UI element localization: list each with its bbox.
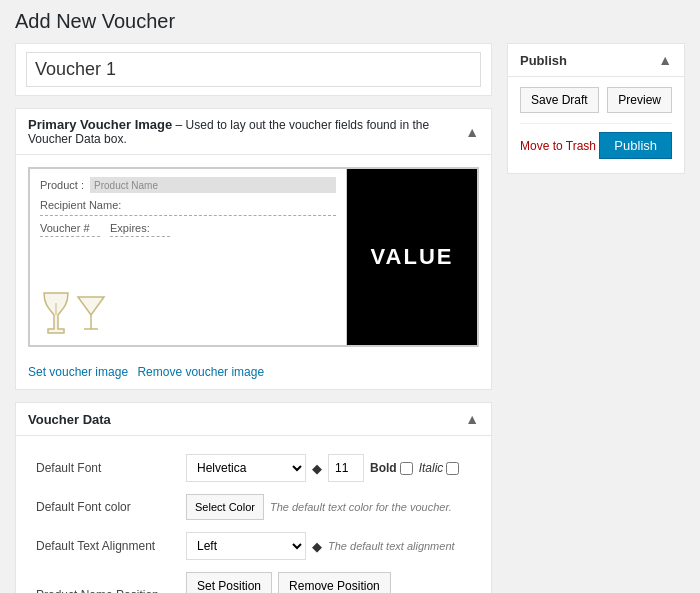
default-font-label: Default Font <box>28 448 178 488</box>
voucher-preview-left: Product : Product Name Recipient Name: V… <box>30 169 347 345</box>
default-font-italic-label: Italic <box>419 461 460 475</box>
default-font-color-hint: The default text color for the voucher. <box>270 501 452 513</box>
sidebar: Publish ▲ Save Draft Preview Move to Tra… <box>507 43 685 174</box>
set-voucher-image-link[interactable]: Set voucher image <box>28 365 128 379</box>
move-to-trash-link[interactable]: Move to Trash <box>520 139 596 153</box>
default-font-size-input[interactable] <box>328 454 364 482</box>
default-font-color-btn[interactable]: Select Color <box>186 494 264 520</box>
primary-image-panel-title: Primary Voucher Image <box>28 117 172 132</box>
product-name-position-field-row: Set Position Remove Position Optional po… <box>186 572 471 593</box>
voucher-number-field: Voucher # <box>40 222 100 237</box>
voucher-title-box <box>15 43 492 96</box>
expires-field: Expires: <box>110 222 170 237</box>
product-name-box: Product Name <box>90 177 336 193</box>
voucher-data-table: Default Font Helvetica ◆ <box>28 448 479 593</box>
voucher-data-panel: Voucher Data ▲ Default Font <box>15 402 492 593</box>
default-font-color-label: Default Font color <box>28 488 178 526</box>
primary-image-panel-body: Product : Product Name Recipient Name: V… <box>16 155 491 359</box>
product-name-position-label: Product Name Position <box>28 566 178 593</box>
default-text-alignment-hint: The default text alignment <box>328 540 455 552</box>
page-title: Add New Voucher <box>15 10 685 33</box>
product-name-position-row: Product Name Position Set Position Remov… <box>28 566 479 593</box>
publish-header: Publish ▲ <box>508 44 684 77</box>
default-font-color-field-row: Select Color The default text color for … <box>186 494 471 520</box>
publish-mid-row: Move to Trash Publish <box>520 123 672 159</box>
default-font-italic-checkbox[interactable] <box>446 462 459 475</box>
default-text-alignment-label: Default Text Alignment <box>28 526 178 566</box>
value-text: VALUE <box>371 244 454 270</box>
wine-glass-icon <box>40 289 72 337</box>
voucher-data-panel-toggle[interactable]: ▲ <box>465 411 479 427</box>
default-font-field-row: Helvetica ◆ Bold <box>186 454 471 482</box>
default-text-alignment-field-row: Left Center Right ◆ The default text ali… <box>186 532 471 560</box>
martini-glass-icon <box>76 293 106 337</box>
default-font-select[interactable]: Helvetica <box>186 454 306 482</box>
primary-image-panel: Primary Voucher Image – Used to lay out … <box>15 108 492 390</box>
voucher-data-panel-body: Default Font Helvetica ◆ <box>16 436 491 593</box>
default-font-divider: ◆ <box>312 461 322 476</box>
product-row: Product : Product Name <box>40 177 336 193</box>
publish-body: Save Draft Preview Move to Trash Publish <box>508 77 684 173</box>
default-text-alignment-select[interactable]: Left Center Right <box>186 532 306 560</box>
voucher-icons-row <box>40 245 336 337</box>
remove-position-btn[interactable]: Remove Position <box>278 572 391 593</box>
voucher-data-panel-title: Voucher Data <box>28 412 111 427</box>
publish-box: Publish ▲ Save Draft Preview Move to Tra… <box>507 43 685 174</box>
primary-image-panel-toggle[interactable]: ▲ <box>465 124 479 140</box>
default-text-alignment-divider: ◆ <box>312 539 322 554</box>
save-draft-button[interactable]: Save Draft <box>520 87 599 113</box>
panel-links: Set voucher image Remove voucher image <box>16 359 491 389</box>
remove-voucher-image-link[interactable]: Remove voucher image <box>137 365 264 379</box>
default-font-color-row: Default Font color Select Color The defa… <box>28 488 479 526</box>
voucher-bottom-row: Voucher # Expires: <box>40 222 336 237</box>
publish-toggle[interactable]: ▲ <box>658 52 672 68</box>
default-font-row: Default Font Helvetica ◆ <box>28 448 479 488</box>
voucher-preview: Product : Product Name Recipient Name: V… <box>28 167 479 347</box>
set-position-btn[interactable]: Set Position <box>186 572 272 593</box>
voucher-preview-right: VALUE <box>347 169 477 345</box>
default-font-bold-label: Bold <box>370 461 413 475</box>
bold-text: Bold <box>370 461 397 475</box>
publish-title: Publish <box>520 53 567 68</box>
italic-text: Italic <box>419 461 444 475</box>
preview-button[interactable]: Preview <box>607 87 672 113</box>
publish-top-row: Save Draft Preview <box>520 87 672 113</box>
default-font-bold-checkbox[interactable] <box>400 462 413 475</box>
primary-image-panel-header: Primary Voucher Image – Used to lay out … <box>16 109 491 155</box>
product-label: Product : <box>40 179 84 191</box>
default-text-alignment-row: Default Text Alignment Left Center Right <box>28 526 479 566</box>
voucher-data-panel-header: Voucher Data ▲ <box>16 403 491 436</box>
publish-button[interactable]: Publish <box>599 132 672 159</box>
recipient-row: Recipient Name: <box>40 199 336 216</box>
voucher-title-input[interactable] <box>26 52 481 87</box>
